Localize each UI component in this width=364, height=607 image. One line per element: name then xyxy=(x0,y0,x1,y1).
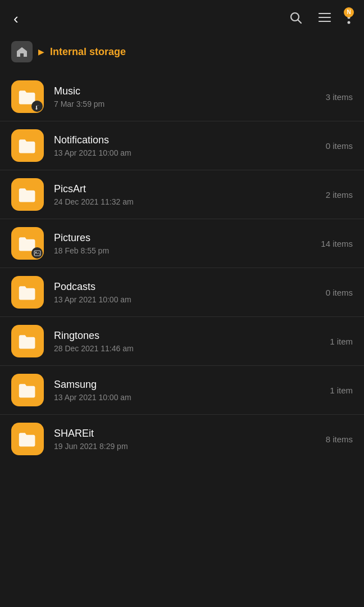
folder-list: Music 7 Mar 3:59 pm 3 items Notification… xyxy=(0,73,364,463)
folder-count: 1 item xyxy=(330,337,353,346)
folder-name: Music xyxy=(54,85,319,97)
folder-icon xyxy=(11,227,44,260)
svg-rect-8 xyxy=(34,251,40,256)
folder-name: PicsArt xyxy=(54,183,319,195)
folder-info: Ringtones 28 Dec 2021 11:46 am xyxy=(54,330,323,353)
list-item[interactable]: Ringtones 28 Dec 2021 11:46 am 1 item xyxy=(0,317,364,366)
list-item[interactable]: SHAREit 19 Jun 2021 8:29 pm 8 items xyxy=(0,415,364,463)
list-item[interactable]: Music 7 Mar 3:59 pm 3 items xyxy=(0,73,364,121)
list-item[interactable]: Pictures 18 Feb 8:55 pm 14 items xyxy=(0,219,364,268)
folder-badge xyxy=(31,101,43,112)
list-item[interactable]: Notifications 13 Apr 2021 10:00 am 0 ite… xyxy=(0,121,364,170)
folder-icon xyxy=(11,178,44,211)
folder-name: SHAREit xyxy=(54,428,319,440)
folder-date: 19 Jun 2021 8:29 pm xyxy=(54,442,319,451)
more-options-button[interactable]: N xyxy=(347,11,351,28)
list-view-button[interactable] xyxy=(318,12,331,26)
back-button[interactable]: ‹ xyxy=(13,10,19,28)
folder-name: Notifications xyxy=(54,134,319,146)
folder-info: Music 7 Mar 3:59 pm xyxy=(54,85,319,108)
breadcrumb-arrow: ▶ xyxy=(38,47,44,56)
folder-name: Samsung xyxy=(54,379,323,391)
folder-info: Samsung 13 Apr 2021 10:00 am xyxy=(54,379,323,402)
list-item[interactable]: Podcasts 13 Apr 2021 10:00 am 0 items xyxy=(0,268,364,317)
notification-badge: N xyxy=(344,7,354,17)
folder-badge xyxy=(31,247,43,259)
folder-count: 0 items xyxy=(326,288,353,297)
breadcrumb: ▶ Internal storage xyxy=(0,35,364,73)
folder-info: Notifications 13 Apr 2021 10:00 am xyxy=(54,134,319,157)
folder-name: Podcasts xyxy=(54,281,319,293)
svg-point-7 xyxy=(348,21,351,24)
folder-info: SHAREit 19 Jun 2021 8:29 pm xyxy=(54,428,319,451)
folder-date: 18 Feb 8:55 pm xyxy=(54,246,314,255)
folder-icon xyxy=(11,80,44,113)
breadcrumb-path: Internal storage xyxy=(50,46,126,58)
top-bar: ‹ N xyxy=(0,0,364,35)
search-button[interactable] xyxy=(289,11,302,28)
folder-count: 3 items xyxy=(326,92,353,102)
folder-info: Pictures 18 Feb 8:55 pm xyxy=(54,232,314,255)
folder-date: 13 Apr 2021 10:00 am xyxy=(54,393,323,402)
folder-icon xyxy=(11,276,44,309)
folder-count: 1 item xyxy=(330,386,353,395)
folder-count: 2 items xyxy=(326,190,353,200)
folder-count: 14 items xyxy=(321,239,353,248)
folder-icon xyxy=(11,325,44,357)
folder-date: 13 Apr 2021 10:00 am xyxy=(54,295,319,304)
folder-info: PicsArt 24 Dec 2021 11:32 am xyxy=(54,183,319,206)
home-button[interactable] xyxy=(11,41,33,62)
folder-info: Podcasts 13 Apr 2021 10:00 am xyxy=(54,281,319,304)
folder-icon xyxy=(11,374,44,406)
folder-name: Ringtones xyxy=(54,330,323,342)
folder-date: 7 Mar 3:59 pm xyxy=(54,99,319,108)
list-item[interactable]: PicsArt 24 Dec 2021 11:32 am 2 items xyxy=(0,170,364,219)
folder-count: 8 items xyxy=(326,434,353,444)
folder-icon xyxy=(11,423,44,455)
folder-icon xyxy=(11,129,44,162)
folder-date: 28 Dec 2021 11:46 am xyxy=(54,344,323,353)
folder-count: 0 items xyxy=(326,141,353,151)
folder-date: 24 Dec 2021 11:32 am xyxy=(54,197,319,206)
folder-name: Pictures xyxy=(54,232,314,244)
list-item[interactable]: Samsung 13 Apr 2021 10:00 am 1 item xyxy=(0,366,364,415)
folder-date: 13 Apr 2021 10:00 am xyxy=(54,148,319,157)
svg-line-1 xyxy=(298,20,302,23)
